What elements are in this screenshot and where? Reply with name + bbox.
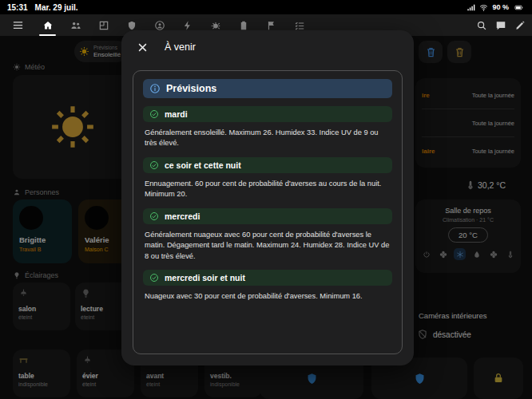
forecast-period: mercredi <box>143 208 392 224</box>
wifi-icon <box>479 3 488 12</box>
forecast-content: Prévisions mardi Généralement ensoleillé… <box>133 70 403 354</box>
forecast-period-label: mercredi <box>165 211 200 221</box>
cellular-signal-icon <box>466 3 475 12</box>
close-icon[interactable] <box>134 39 150 55</box>
forecast-period-label: ce soir et cette nuit <box>165 160 241 170</box>
forecast-period-label: mercredi soir et nuit <box>165 273 245 282</box>
assist-button[interactable] <box>495 20 506 31</box>
forecast-text: Généralement ensoleillé. Maximum 26. Hum… <box>145 128 391 149</box>
forecast-period: mercredi soir et nuit <box>143 270 392 286</box>
forecast-period: ce soir et cette nuit <box>143 157 392 173</box>
forecast-text: Généralement nuageux avec 60 pour cent d… <box>145 230 391 262</box>
dialog-header: À venir <box>121 30 414 64</box>
search-button[interactable] <box>476 20 487 31</box>
forecast-header: Prévisions <box>143 79 392 98</box>
status-bar: 15:31 Mar. 29 juil. 90 % <box>0 0 532 14</box>
tablet-screen: 15:31 Mar. 29 juil. 90 % <box>0 0 532 399</box>
battery-icon <box>513 3 525 12</box>
battery-percent: 90 % <box>492 3 509 11</box>
tab-rooms[interactable] <box>89 14 117 36</box>
dialog-title: À venir <box>165 41 196 53</box>
check-circle-icon <box>149 160 159 170</box>
tab-persons[interactable] <box>62 14 89 36</box>
sidebar-menu-button[interactable] <box>6 14 29 36</box>
forecast-text: Ennuagement. 60 pour cent de probabilité… <box>145 179 391 200</box>
forecast-header-label: Prévisions <box>166 83 216 94</box>
forecast-period-label: mardi <box>165 109 188 119</box>
tab-home[interactable] <box>34 14 62 36</box>
check-circle-icon <box>149 211 159 221</box>
status-date: Mar. 29 juil. <box>35 3 78 12</box>
check-circle-icon <box>149 273 159 282</box>
info-icon <box>149 83 161 94</box>
forecast-text: Nuageux avec 30 pour cent de probabilité… <box>145 291 391 302</box>
edit-dashboard-button[interactable] <box>514 20 526 31</box>
check-circle-icon <box>149 109 159 119</box>
forecast-dialog: À venir Prévisions mardi Généralement en… <box>121 30 414 365</box>
forecast-period: mardi <box>143 106 392 122</box>
clock: 15:31 <box>7 3 28 12</box>
